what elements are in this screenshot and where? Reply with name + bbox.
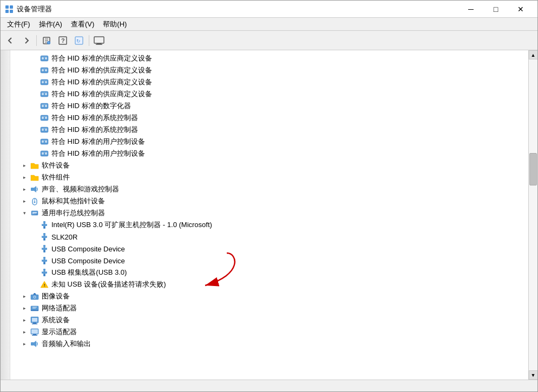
tree-item[interactable]: 符合 HID 标准的供应商定义设备 [10, 76, 528, 88]
svg-rect-102 [31, 342, 34, 346]
tree-item[interactable]: 符合 HID 标准的供应商定义设备 [10, 88, 528, 100]
scroll-down-button[interactable]: ▼ [529, 370, 538, 380]
tree-item[interactable]: ▾ USB 通用串行总线控制器 [10, 207, 528, 219]
expand-button[interactable]: ▾ [20, 209, 29, 217]
tree-item[interactable]: USB Composite Device [10, 255, 528, 267]
svg-rect-79 [44, 262, 45, 264]
properties-button[interactable]: ? [39, 33, 54, 48]
no-expand [30, 244, 38, 253]
usb-icon: USB [30, 208, 40, 218]
tree-item[interactable]: 符合 HID 标准的数字化器 [10, 100, 528, 112]
item-label: 软件组件 [42, 172, 70, 182]
menu-view[interactable]: 查看(V) [67, 18, 99, 30]
svg-point-63 [45, 223, 47, 224]
expand-button[interactable]: ▸ [20, 292, 29, 301]
minimize-button[interactable]: ─ [458, 1, 483, 18]
content-area: 符合 HID 标准的供应商定义设备 符合 HID 标准的供应商定义设备 符合 H… [1, 50, 537, 380]
svg-rect-71 [42, 248, 47, 250]
forward-button[interactable] [19, 33, 34, 48]
menu-action[interactable]: 操作(A) [35, 18, 67, 30]
tree-item[interactable]: USB Composite Device [10, 243, 528, 255]
item-label: 系统设备 [42, 315, 70, 325]
tree-item[interactable]: ▸ 图像设备 [10, 290, 528, 302]
expand-button[interactable]: ▸ [20, 316, 29, 324]
toolbar: ? ? ↻ [1, 31, 537, 50]
usb-device-icon [40, 220, 49, 230]
tree-panel[interactable]: 符合 HID 标准的供应商定义设备 符合 HID 标准的供应商定义设备 符合 H… [10, 50, 528, 380]
no-expand [30, 221, 38, 229]
tree-item[interactable]: ▸ 网络适配器 [10, 302, 528, 314]
audio-icon [30, 184, 40, 194]
svg-rect-61 [42, 224, 47, 226]
close-button[interactable]: ✕ [508, 1, 533, 18]
system-icon [30, 315, 40, 325]
scroll-thumb[interactable] [529, 153, 537, 185]
vertical-scrollbar[interactable]: ▲ ▼ [528, 50, 537, 380]
svg-point-27 [45, 81, 47, 83]
no-expand [30, 102, 38, 110]
expand-button[interactable]: ▸ [20, 185, 29, 194]
hid-icon [40, 113, 49, 123]
tree-item[interactable]: ! 未知 USB 设备(设备描述符请求失败) [10, 278, 528, 290]
item-label: Intel(R) USB 3.0 可扩展主机控制器 - 1.0 (Microso… [51, 220, 212, 230]
menu-bar: 文件(F) 操作(A) 查看(V) 帮助(H) [1, 18, 537, 31]
monitor-button[interactable] [91, 33, 107, 48]
tree-item[interactable]: Intel(R) USB 3.0 可扩展主机控制器 - 1.0 (Microso… [10, 219, 528, 231]
svg-rect-20 [42, 57, 47, 57]
tree-item[interactable]: 符合 HID 标准的用户控制设备 [10, 148, 528, 160]
tree-item[interactable]: ▸ 声音、视频和游戏控制器 [10, 183, 528, 195]
item-label: 符合 HID 标准的系统控制器 [51, 113, 138, 123]
scroll-up-button[interactable]: ▲ [529, 50, 538, 59]
tree-item[interactable]: ▸ 显示适配器 [10, 326, 528, 338]
no-expand [30, 232, 38, 241]
svg-rect-84 [44, 274, 45, 276]
tree-item[interactable]: 符合 HID 标准的系统控制器 [10, 112, 528, 124]
tree-item[interactable]: ▸ 软件组件 [10, 171, 528, 183]
svg-point-50 [42, 152, 44, 155]
tree-item[interactable]: USB 根集线器(USB 3.0) [10, 267, 528, 278]
item-label: 符合 HID 标准的系统控制器 [51, 125, 138, 135]
title-bar: 设备管理器 ─ □ ✕ [1, 1, 537, 18]
update-button[interactable]: ↻ [71, 33, 87, 48]
tree-item[interactable]: 符合 HID 标准的用户控制设备 [10, 136, 528, 148]
tree-item[interactable]: ▸ 软件设备 [10, 160, 528, 171]
svg-rect-91 [31, 310, 38, 311]
tree-item[interactable]: 符合 HID 标准的供应商定义设备 [10, 52, 528, 64]
item-label: 音频输入和输出 [42, 339, 91, 349]
display-icon [30, 327, 40, 337]
hid-icon [40, 101, 49, 111]
tree-item[interactable]: ▸ 系统设备 [10, 314, 528, 326]
toolbar-separator-2 [89, 35, 89, 46]
item-label: 未知 USB 设备(设备描述符请求失败) [51, 280, 166, 289]
tree-item[interactable]: 符合 HID 标准的系统控制器 [10, 124, 528, 136]
svg-point-39 [45, 117, 47, 119]
tree-item[interactable]: ▸ 鼠标和其他指针设备 [10, 195, 528, 207]
menu-help[interactable]: 帮助(H) [99, 18, 131, 30]
item-label: 符合 HID 标准的供应商定义设备 [51, 54, 152, 63]
svg-rect-101 [31, 329, 38, 334]
svg-point-77 [42, 258, 44, 260]
svg-point-62 [42, 223, 44, 224]
hid-icon [40, 89, 49, 99]
maximize-button[interactable]: □ [483, 1, 508, 18]
expand-button[interactable]: ▸ [20, 197, 29, 205]
window-title: 设备管理器 [17, 4, 458, 14]
expand-button[interactable]: ▸ [20, 161, 29, 170]
scroll-track[interactable] [529, 59, 537, 370]
expand-button[interactable]: ▸ [20, 340, 29, 348]
expand-button[interactable]: ▸ [20, 173, 29, 182]
usb-device-icon [40, 268, 49, 277]
svg-point-83 [45, 270, 47, 272]
help-button[interactable]: ? [55, 33, 70, 48]
item-label: SLK20R [51, 233, 77, 241]
back-button[interactable] [3, 33, 18, 48]
menu-file[interactable]: 文件(F) [3, 18, 35, 30]
expand-button[interactable]: ▸ [20, 304, 29, 313]
tree-item[interactable]: ▸ 音频输入和输出 [10, 338, 528, 350]
svg-rect-81 [42, 271, 47, 274]
expand-button[interactable]: ▸ [20, 328, 29, 336]
svg-point-35 [45, 105, 47, 107]
tree-item[interactable]: 符合 HID 标准的供应商定义设备 [10, 64, 528, 76]
tree-item[interactable]: SLK20R [10, 231, 528, 243]
svg-point-67 [42, 235, 44, 236]
